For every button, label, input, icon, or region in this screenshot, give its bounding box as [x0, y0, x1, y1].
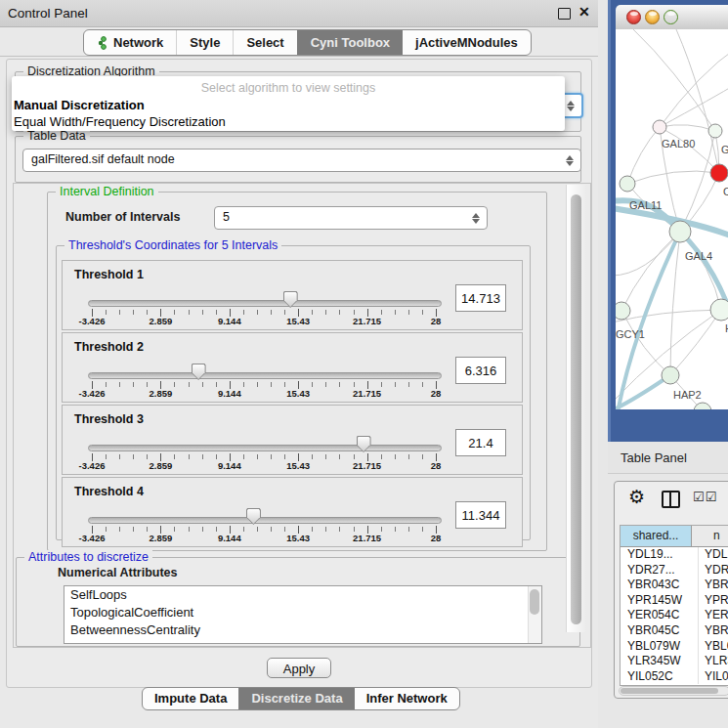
tab-select[interactable]: Select — [233, 30, 296, 55]
network-edge[interactable] — [627, 171, 719, 184]
tick-label: -3.426 — [79, 460, 106, 471]
network-canvas[interactable]: GAL80GACGAL11GAL4GCY1HHAP2 — [616, 29, 728, 409]
settings-vertical-scrollbar[interactable] — [566, 185, 585, 632]
column-header-name[interactable]: n — [692, 526, 728, 546]
minor-tick — [216, 454, 217, 459]
tab-jactivemnodules[interactable]: jActiveMNodules — [403, 30, 531, 55]
tab-infer-network[interactable]: Infer Network — [355, 688, 459, 709]
table-row[interactable]: YLR345WYLR3 — [621, 654, 728, 669]
scrollbar-thumb[interactable] — [621, 688, 718, 694]
tick-label: 28 — [431, 316, 442, 326]
minor-tick — [271, 310, 272, 315]
number-of-intervals-combobox[interactable]: 5 — [214, 206, 488, 230]
float-window-icon[interactable] — [558, 8, 571, 20]
network-icon — [97, 36, 108, 50]
slider-track[interactable] — [88, 300, 442, 307]
threshold-value-field[interactable] — [455, 284, 506, 312]
tick-label: 15.43 — [286, 316, 310, 326]
network-graph[interactable]: GAL80GACGAL11GAL4GCY1HHAP2 — [616, 29, 728, 409]
network-edge[interactable] — [633, 29, 715, 131]
tick-label: -3.426 — [79, 388, 106, 399]
minimize-traffic-light-icon[interactable] — [645, 10, 660, 24]
algorithm-option-manual-discretization[interactable]: Manual Discretization — [12, 97, 565, 113]
network-node-h[interactable] — [710, 299, 728, 321]
tab-label: Cyni Toolbox — [311, 30, 390, 55]
threshold-value-field[interactable] — [455, 501, 506, 529]
close-traffic-light-icon[interactable] — [626, 10, 641, 24]
network-edge[interactable] — [680, 232, 721, 310]
table-row[interactable]: YIL052CYIL0 — [621, 669, 728, 685]
table-row[interactable]: YER054CYER0 — [621, 608, 728, 623]
table-panel-title: Table Panel — [621, 450, 687, 465]
network-edge[interactable] — [670, 310, 721, 375]
tab-style[interactable]: Style — [176, 30, 233, 55]
table-data-combobox[interactable]: galFiltered.sif default node — [22, 149, 581, 172]
network-edge[interactable] — [660, 125, 715, 131]
algorithm-option-equal-width-frequency-discretization[interactable]: Equal Width/Frequency Discretization — [12, 113, 565, 130]
network-node[interactable] — [694, 403, 711, 409]
table-row[interactable]: YBR043CYBR0 — [621, 578, 728, 593]
tab-cyni-toolbox[interactable]: Cyni Toolbox — [297, 30, 403, 55]
tick-label: 2.859 — [150, 388, 173, 399]
slider-track[interactable] — [88, 445, 442, 451]
tab-network[interactable]: Network — [84, 30, 176, 55]
attributes-list-scrollbar[interactable] — [528, 586, 541, 643]
numerical-attributes-list[interactable]: SelfLoopsTopologicalCoefficientBetweenne… — [64, 585, 542, 644]
minor-tick — [325, 310, 326, 315]
network-node-gal11[interactable] — [620, 176, 635, 192]
tab-discretize-data[interactable]: Discretize Data — [238, 688, 354, 709]
minor-tick — [284, 454, 285, 459]
attribute-item-betweennesscentrality[interactable]: BetweennessCentrality — [64, 621, 541, 639]
network-edge[interactable] — [660, 83, 728, 127]
node-label: GAL80 — [662, 138, 695, 150]
table-row[interactable]: YDR27...YDR2 — [621, 563, 728, 578]
threshold-value-field[interactable] — [455, 357, 506, 384]
minor-tick — [381, 527, 382, 532]
table-horizontal-scrollbar[interactable] — [619, 686, 728, 696]
network-node-gal4[interactable] — [669, 221, 691, 242]
tick-label: 9.144 — [218, 460, 241, 471]
close-icon[interactable]: ✕ — [578, 4, 590, 20]
table-header-row: shared... n — [621, 526, 728, 547]
attribute-item-selfloops[interactable]: SelfLoops — [64, 586, 541, 604]
threshold-value-field[interactable] — [455, 429, 506, 456]
slider-track[interactable] — [88, 517, 442, 524]
tab-label: Select — [246, 30, 283, 55]
cyni-toolbox-panel: Discretization Algorithm Table Data galF… — [6, 59, 592, 688]
checkbox-columns-icons[interactable]: ☑☑ — [693, 490, 717, 504]
minor-tick — [271, 454, 272, 459]
tab-impute-data[interactable]: Impute Data — [143, 688, 238, 709]
network-node-gcy1[interactable] — [616, 302, 630, 320]
attribute-item-topologicalcoefficient[interactable]: TopologicalCoefficient — [64, 604, 541, 621]
network-node-gal80[interactable] — [653, 120, 666, 134]
minor-tick — [325, 527, 326, 532]
network-node-hap2[interactable] — [662, 366, 679, 384]
table-row[interactable]: YPR145WYPR1 — [621, 593, 728, 609]
control-panel-titlebar: Control Panel ✕ — [0, 0, 598, 27]
table-row[interactable]: YBR045CYBR0 — [621, 623, 728, 639]
apply-button[interactable]: Apply — [267, 658, 331, 678]
column-header-shared-name[interactable]: shared... — [621, 526, 692, 546]
minor-tick — [408, 527, 409, 532]
network-edge[interactable] — [676, 29, 719, 173]
minor-tick — [189, 310, 190, 315]
gear-icon[interactable]: ⚙ — [628, 486, 645, 508]
algorithm-options: Manual DiscretizationEqual Width/Frequen… — [12, 97, 565, 130]
minor-tick — [312, 527, 313, 532]
network-node-c[interactable] — [710, 164, 728, 182]
algorithm-placeholder-option[interactable]: Select algorithm to view settings — [12, 76, 565, 97]
table-row[interactable]: YDL19...YDL1 — [621, 547, 728, 563]
slider-track[interactable] — [88, 372, 442, 379]
scrollbar-thumb[interactable] — [530, 589, 539, 615]
network-edge[interactable] — [660, 47, 728, 127]
network-node-ga[interactable] — [708, 124, 722, 138]
interval-definition-label: Interval Definition — [56, 185, 158, 198]
table-data-value: galFiltered.sif default node — [31, 152, 175, 166]
zoom-traffic-light-icon[interactable] — [664, 10, 678, 24]
table-row[interactable]: YBL079WYBL0 — [621, 639, 728, 655]
minor-tick — [106, 310, 107, 315]
split-view-icon[interactable] — [662, 491, 680, 508]
minor-tick — [339, 527, 340, 532]
scrollbar-thumb[interactable] — [571, 194, 581, 624]
node-label: C — [723, 186, 728, 197]
